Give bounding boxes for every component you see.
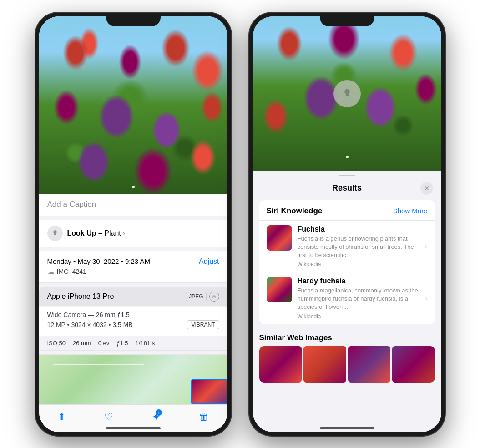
geo-icon: ◎ [209, 292, 219, 302]
fuchsia-content: Fuchsia Fuchsia is a genus of flowering … [298, 225, 420, 268]
share-button[interactable]: ⬆ [57, 411, 66, 423]
metadata-section: Monday • May 30, 2022 • 9:23 AM Adjust ☁… [39, 251, 227, 283]
hardy-content: Hardy fuchsia Fuchsia magellanica, commo… [298, 277, 420, 320]
device-details: Wide Camera — 26 mm ƒ1.5 12 MP • 3024 × … [39, 307, 227, 336]
hardy-desc: Fuchsia magellanica, commonly known as t… [298, 287, 420, 312]
similar-image-4[interactable] [392, 346, 435, 383]
close-button[interactable]: ✕ [420, 182, 433, 195]
phone-2-screen: Results ✕ Siri Knowledge Show More [253, 16, 441, 432]
photo-thumbnail [191, 379, 227, 404]
hardy-source: Wikipedia [298, 313, 420, 320]
fuchsia-thumb [267, 225, 292, 251]
hardy-thumb [267, 277, 292, 302]
phone-1: Add a Caption Look Up – Plant› [35, 13, 231, 436]
phone-1-content: Add a Caption Look Up – Plant› [39, 16, 227, 432]
phone-2-notch [320, 13, 374, 26]
device-section: Apple iPhone 13 Pro JPEG ◎ Wide Camera —… [39, 287, 227, 351]
map-preview[interactable] [39, 354, 227, 404]
vibrant-badge: VIBRANT [187, 320, 219, 329]
lookup-label: Look Up – Plant› [67, 229, 126, 237]
home-indicator-2 [320, 427, 374, 429]
similar-image-1[interactable] [259, 346, 302, 383]
file-info: 12 MP • 3024 × 4032 • 3.5 MB [47, 321, 133, 328]
phone-2: Results ✕ Siri Knowledge Show More [249, 13, 445, 436]
info-button[interactable]: ✦ i [152, 411, 160, 423]
fuchsia-source: Wikipedia [298, 261, 420, 267]
flower-background [39, 16, 227, 194]
exif-shutter: 1/181 s [136, 340, 155, 347]
device-name: Apple iPhone 13 Pro [47, 292, 114, 301]
caption-placeholder: Add a Caption [47, 200, 96, 209]
siri-knowledge-section: Siri Knowledge Show More Fuchsia Fuchsia… [259, 200, 435, 324]
hardy-chevron: › [425, 294, 427, 302]
phone-notch [106, 13, 161, 26]
show-more-button[interactable]: Show More [393, 207, 428, 215]
fuchsia-title: Fuchsia [298, 225, 420, 233]
result-hardy-fuchsia[interactable]: Hardy fuchsia Fuchsia magellanica, commo… [259, 272, 435, 324]
result-fuchsia[interactable]: Fuchsia Fuchsia is a genus of flowering … [259, 220, 435, 272]
similar-image-3[interactable] [348, 346, 391, 383]
phone-2-content: Results ✕ Siri Knowledge Show More [253, 16, 441, 432]
adjust-button[interactable]: Adjust [199, 257, 219, 266]
jpeg-badge: JPEG [186, 292, 206, 301]
siri-icon [47, 226, 63, 241]
lookup-row[interactable]: Look Up – Plant› [39, 220, 227, 247]
exif-ev: 0 ev [98, 340, 110, 347]
similar-section: Similar Web Images [259, 329, 435, 383]
lookup-dot [346, 156, 349, 158]
results-panel: Results ✕ Siri Knowledge Show More [253, 171, 441, 432]
photo-page-indicator [132, 186, 135, 188]
exif-row: ISO 50 26 mm 0 ev ƒ1.5 1/181 s [39, 336, 227, 350]
hardy-title: Hardy fuchsia [298, 277, 420, 285]
device-header: Apple iPhone 13 Pro JPEG ◎ [39, 287, 227, 306]
camera-spec: Wide Camera — 26 mm ƒ1.5 [47, 311, 219, 318]
heart-button[interactable]: ♡ [104, 411, 113, 423]
cloud-icon: ☁ [47, 267, 55, 276]
results-header: Results ✕ [253, 178, 441, 200]
siri-knowledge-title: Siri Knowledge [267, 206, 323, 216]
map-road-1 [53, 364, 144, 365]
exif-aperture: ƒ1.5 [116, 340, 128, 347]
similar-image-2[interactable] [303, 346, 346, 383]
map-road-2 [66, 378, 135, 378]
caption-area[interactable]: Add a Caption [39, 194, 227, 216]
flower-photo-2[interactable] [253, 16, 441, 171]
photo-info-panel: Add a Caption Look Up – Plant› [39, 194, 227, 404]
flower-photo[interactable] [39, 16, 227, 194]
trash-button[interactable]: 🗑 [199, 411, 209, 423]
fuchsia-desc: Fuchsia is a genus of flowering plants t… [298, 235, 420, 260]
similar-title: Similar Web Images [259, 329, 435, 346]
similar-images-grid [259, 346, 435, 383]
home-indicator-1 [106, 427, 161, 429]
photo-date: Monday • May 30, 2022 • 9:23 AM [47, 257, 150, 265]
visual-lookup-button[interactable] [333, 80, 361, 107]
siri-knowledge-header: Siri Knowledge Show More [259, 200, 435, 220]
drag-handle[interactable] [339, 175, 355, 176]
fuchsia-chevron: › [425, 242, 427, 250]
exif-focal: 26 mm [73, 340, 91, 347]
exif-iso: ISO 50 [47, 340, 66, 347]
filename: IMG_4241 [57, 268, 86, 275]
results-title: Results [274, 183, 420, 193]
phone-1-screen: Add a Caption Look Up – Plant› [39, 16, 227, 432]
